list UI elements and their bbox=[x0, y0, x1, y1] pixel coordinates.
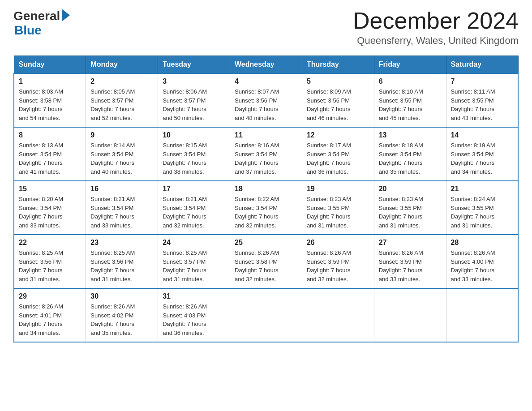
calendar-cell: 6 Sunrise: 8:10 AMSunset: 3:55 PMDayligh… bbox=[374, 73, 446, 127]
logo-general-text: General bbox=[13, 9, 60, 23]
col-monday: Monday bbox=[86, 56, 158, 74]
day-number: 8 bbox=[19, 131, 81, 139]
day-number: 7 bbox=[451, 77, 513, 86]
day-number: 28 bbox=[451, 239, 513, 247]
day-info: Sunrise: 8:26 AMSunset: 4:02 PMDaylight:… bbox=[90, 303, 135, 336]
day-number: 1 bbox=[19, 77, 81, 86]
day-number: 20 bbox=[379, 185, 442, 193]
day-info: Sunrise: 8:07 AMSunset: 3:56 PMDaylight:… bbox=[235, 88, 279, 121]
calendar-cell: 7 Sunrise: 8:11 AMSunset: 3:55 PMDayligh… bbox=[446, 73, 518, 127]
calendar-table: Sunday Monday Tuesday Wednesday Thursday… bbox=[13, 56, 519, 342]
day-info: Sunrise: 8:14 AMSunset: 3:54 PMDaylight:… bbox=[90, 142, 135, 175]
location-text: Queensferry, Wales, United Kingdom bbox=[353, 35, 519, 47]
calendar-cell: 10 Sunrise: 8:15 AMSunset: 3:54 PMDaylig… bbox=[158, 127, 230, 181]
day-number: 5 bbox=[307, 77, 369, 86]
day-number: 29 bbox=[19, 292, 81, 300]
day-info: Sunrise: 8:19 AMSunset: 3:54 PMDaylight:… bbox=[451, 142, 495, 175]
day-number: 11 bbox=[235, 131, 297, 139]
day-info: Sunrise: 8:23 AMSunset: 3:55 PMDaylight:… bbox=[307, 196, 351, 229]
header-row: Sunday Monday Tuesday Wednesday Thursday… bbox=[14, 56, 518, 74]
calendar-week-row: 8 Sunrise: 8:13 AMSunset: 3:54 PMDayligh… bbox=[14, 127, 518, 181]
day-number: 6 bbox=[379, 77, 442, 86]
logo-blue-text: Blue bbox=[14, 23, 42, 38]
logo: General Blue bbox=[13, 9, 70, 38]
calendar-cell: 29 Sunrise: 8:26 AMSunset: 4:01 PMDaylig… bbox=[14, 288, 86, 342]
col-sunday: Sunday bbox=[14, 56, 86, 74]
day-number: 2 bbox=[90, 77, 153, 86]
day-number: 13 bbox=[379, 131, 442, 139]
day-info: Sunrise: 8:26 AMSunset: 3:59 PMDaylight:… bbox=[307, 249, 351, 283]
day-info: Sunrise: 8:23 AMSunset: 3:55 PMDaylight:… bbox=[379, 196, 423, 229]
calendar-cell: 8 Sunrise: 8:13 AMSunset: 3:54 PMDayligh… bbox=[14, 127, 86, 181]
calendar-week-row: 29 Sunrise: 8:26 AMSunset: 4:01 PMDaylig… bbox=[14, 288, 518, 342]
day-info: Sunrise: 8:03 AMSunset: 3:58 PMDaylight:… bbox=[19, 88, 63, 121]
day-info: Sunrise: 8:25 AMSunset: 3:57 PMDaylight:… bbox=[163, 249, 207, 283]
day-number: 15 bbox=[19, 185, 81, 193]
calendar-cell: 26 Sunrise: 8:26 AMSunset: 3:59 PMDaylig… bbox=[302, 235, 374, 288]
day-info: Sunrise: 8:24 AMSunset: 3:55 PMDaylight:… bbox=[451, 196, 495, 229]
day-number: 26 bbox=[307, 239, 369, 247]
col-wednesday: Wednesday bbox=[230, 56, 302, 74]
calendar-cell: 24 Sunrise: 8:25 AMSunset: 3:57 PMDaylig… bbox=[158, 235, 230, 288]
day-info: Sunrise: 8:06 AMSunset: 3:57 PMDaylight:… bbox=[163, 88, 207, 121]
day-number: 24 bbox=[163, 239, 225, 247]
calendar-cell: 3 Sunrise: 8:06 AMSunset: 3:57 PMDayligh… bbox=[158, 73, 230, 127]
calendar-cell: 14 Sunrise: 8:19 AMSunset: 3:54 PMDaylig… bbox=[446, 127, 518, 181]
day-info: Sunrise: 8:11 AMSunset: 3:55 PMDaylight:… bbox=[451, 88, 495, 121]
calendar-week-row: 22 Sunrise: 8:25 AMSunset: 3:56 PMDaylig… bbox=[14, 235, 518, 288]
col-friday: Friday bbox=[374, 56, 446, 74]
logo-arrow-icon bbox=[62, 9, 70, 21]
calendar-cell bbox=[374, 288, 446, 342]
day-number: 12 bbox=[307, 131, 369, 139]
day-number: 10 bbox=[163, 131, 225, 139]
calendar-cell bbox=[446, 288, 518, 342]
day-info: Sunrise: 8:25 AMSunset: 3:56 PMDaylight:… bbox=[90, 249, 135, 283]
day-info: Sunrise: 8:21 AMSunset: 3:54 PMDaylight:… bbox=[90, 196, 135, 229]
calendar-cell: 27 Sunrise: 8:26 AMSunset: 3:59 PMDaylig… bbox=[374, 235, 446, 288]
calendar-cell: 30 Sunrise: 8:26 AMSunset: 4:02 PMDaylig… bbox=[86, 288, 158, 342]
day-number: 25 bbox=[235, 239, 297, 247]
day-info: Sunrise: 8:17 AMSunset: 3:54 PMDaylight:… bbox=[307, 142, 351, 175]
calendar-cell: 19 Sunrise: 8:23 AMSunset: 3:55 PMDaylig… bbox=[302, 181, 374, 235]
day-number: 22 bbox=[19, 239, 81, 247]
title-block: December 2024 Queensferry, Wales, United… bbox=[353, 9, 519, 47]
calendar-cell: 20 Sunrise: 8:23 AMSunset: 3:55 PMDaylig… bbox=[374, 181, 446, 235]
day-number: 3 bbox=[163, 77, 225, 86]
calendar-cell: 13 Sunrise: 8:18 AMSunset: 3:54 PMDaylig… bbox=[374, 127, 446, 181]
day-info: Sunrise: 8:13 AMSunset: 3:54 PMDaylight:… bbox=[19, 142, 63, 175]
calendar-cell: 25 Sunrise: 8:26 AMSunset: 3:58 PMDaylig… bbox=[230, 235, 302, 288]
day-info: Sunrise: 8:09 AMSunset: 3:56 PMDaylight:… bbox=[307, 88, 351, 121]
day-info: Sunrise: 8:18 AMSunset: 3:54 PMDaylight:… bbox=[379, 142, 423, 175]
day-info: Sunrise: 8:26 AMSunset: 4:03 PMDaylight:… bbox=[163, 303, 207, 336]
calendar-cell: 31 Sunrise: 8:26 AMSunset: 4:03 PMDaylig… bbox=[158, 288, 230, 342]
day-number: 23 bbox=[90, 239, 153, 247]
calendar-cell: 16 Sunrise: 8:21 AMSunset: 3:54 PMDaylig… bbox=[86, 181, 158, 235]
day-info: Sunrise: 8:26 AMSunset: 3:58 PMDaylight:… bbox=[235, 249, 279, 283]
day-info: Sunrise: 8:22 AMSunset: 3:54 PMDaylight:… bbox=[235, 196, 279, 229]
calendar-week-row: 15 Sunrise: 8:20 AMSunset: 3:54 PMDaylig… bbox=[14, 181, 518, 235]
page-header: General Blue December 2024 Queensferry, … bbox=[13, 9, 519, 47]
calendar-cell: 28 Sunrise: 8:26 AMSunset: 4:00 PMDaylig… bbox=[446, 235, 518, 288]
day-number: 16 bbox=[90, 185, 153, 193]
calendar-cell: 11 Sunrise: 8:16 AMSunset: 3:54 PMDaylig… bbox=[230, 127, 302, 181]
day-info: Sunrise: 8:26 AMSunset: 4:00 PMDaylight:… bbox=[451, 249, 495, 283]
calendar-cell: 5 Sunrise: 8:09 AMSunset: 3:56 PMDayligh… bbox=[302, 73, 374, 127]
day-info: Sunrise: 8:05 AMSunset: 3:57 PMDaylight:… bbox=[90, 88, 135, 121]
day-number: 19 bbox=[307, 185, 369, 193]
calendar-cell: 9 Sunrise: 8:14 AMSunset: 3:54 PMDayligh… bbox=[86, 127, 158, 181]
day-info: Sunrise: 8:16 AMSunset: 3:54 PMDaylight:… bbox=[235, 142, 279, 175]
day-info: Sunrise: 8:10 AMSunset: 3:55 PMDaylight:… bbox=[379, 88, 423, 121]
col-thursday: Thursday bbox=[302, 56, 374, 74]
calendar-cell bbox=[230, 288, 302, 342]
day-number: 30 bbox=[90, 292, 153, 300]
calendar-cell: 1 Sunrise: 8:03 AMSunset: 3:58 PMDayligh… bbox=[14, 73, 86, 127]
day-info: Sunrise: 8:21 AMSunset: 3:54 PMDaylight:… bbox=[163, 196, 207, 229]
day-number: 9 bbox=[90, 131, 153, 139]
day-number: 17 bbox=[163, 185, 225, 193]
day-number: 18 bbox=[235, 185, 297, 193]
day-info: Sunrise: 8:26 AMSunset: 4:01 PMDaylight:… bbox=[19, 303, 63, 336]
col-tuesday: Tuesday bbox=[158, 56, 230, 74]
day-info: Sunrise: 8:15 AMSunset: 3:54 PMDaylight:… bbox=[163, 142, 207, 175]
day-info: Sunrise: 8:25 AMSunset: 3:56 PMDaylight:… bbox=[19, 249, 63, 283]
calendar-cell: 12 Sunrise: 8:17 AMSunset: 3:54 PMDaylig… bbox=[302, 127, 374, 181]
